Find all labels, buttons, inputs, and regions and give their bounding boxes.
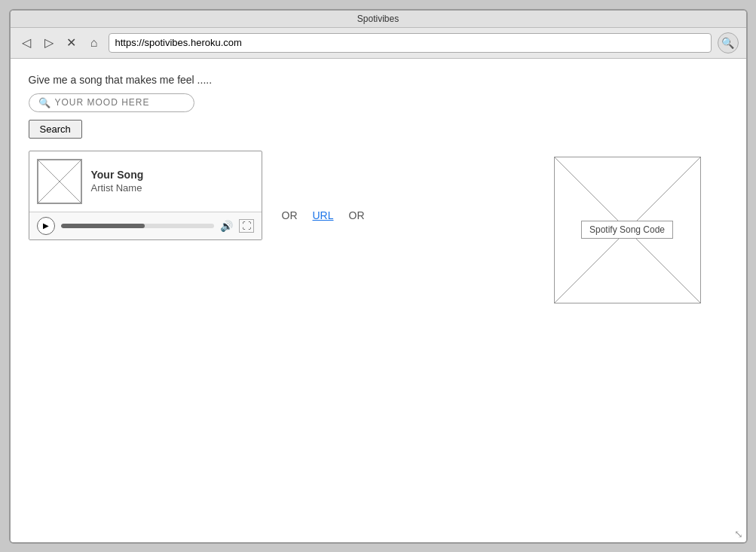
song-card-top: Your Song Artist Name: [29, 151, 262, 212]
prompt-label: Give me a song that makes me feel .....: [29, 74, 728, 86]
spotify-code-label: Spotify Song Code: [581, 221, 673, 239]
home-button[interactable]: ⌂: [86, 35, 103, 51]
middle-section: OR URL OR: [282, 209, 365, 221]
progress-fill: [61, 224, 145, 228]
browser-content: Give me a song that makes me feel ..... …: [11, 59, 746, 542]
address-bar[interactable]: [109, 33, 712, 53]
browser-search-icon: 🔍: [721, 37, 734, 49]
or-text-2: OR: [349, 209, 365, 221]
back-button[interactable]: ◁: [18, 35, 35, 51]
mood-search-icon: 🔍: [38, 97, 51, 108]
song-title: Your Song: [91, 169, 144, 181]
spotify-code-box[interactable]: Spotify Song Code: [554, 157, 701, 303]
album-art: [37, 159, 82, 204]
song-card: Your Song Artist Name ▶ 🔊 ⛶: [29, 151, 262, 240]
artist-name: Artist Name: [91, 182, 144, 194]
browser-search-button[interactable]: 🔍: [718, 32, 739, 53]
browser-title: Spotivibes: [357, 14, 399, 24]
browser-window: Spotivibes ◁ ▷ ✕ ⌂ 🔍 Give me a song that…: [9, 9, 748, 544]
play-button[interactable]: ▶: [37, 217, 55, 235]
browser-titlebar: Spotivibes: [11, 11, 746, 28]
or-text-1: OR: [282, 209, 298, 221]
url-link[interactable]: URL: [313, 209, 334, 221]
close-button[interactable]: ✕: [63, 35, 80, 51]
volume-icon[interactable]: 🔊: [220, 220, 233, 232]
search-button[interactable]: Search: [29, 120, 82, 139]
progress-bar[interactable]: [61, 224, 214, 228]
browser-toolbar: ◁ ▷ ✕ ⌂ 🔍: [11, 28, 746, 59]
mood-input-wrapper[interactable]: 🔍: [29, 93, 194, 112]
song-info: Your Song Artist Name: [91, 169, 144, 194]
resize-handle[interactable]: ⤡: [734, 529, 743, 539]
expand-icon[interactable]: ⛶: [239, 219, 254, 233]
player-controls: ▶ 🔊 ⛶: [29, 212, 262, 239]
mood-input[interactable]: [55, 97, 176, 108]
forward-button[interactable]: ▷: [41, 35, 57, 51]
